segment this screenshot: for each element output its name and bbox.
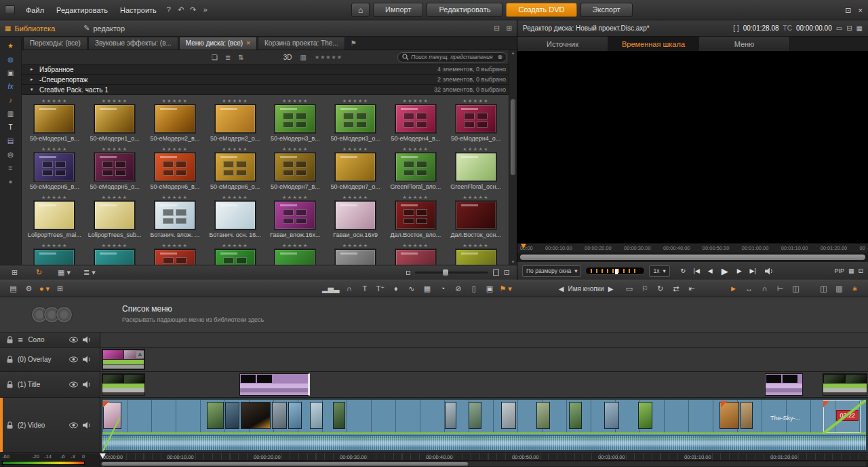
menu-list-strip[interactable]: Список меню Раскрывать падающие меню из … bbox=[0, 297, 868, 333]
track-header-title[interactable]: (1) Title bbox=[0, 372, 100, 397]
track-content-overlay[interactable]: A bbox=[100, 348, 868, 371]
copy-view-icon[interactable]: ⊟ bbox=[846, 24, 852, 32]
scroll-down-icon[interactable]: ▼ bbox=[509, 260, 517, 264]
item-rating[interactable]: ★★★★★ bbox=[222, 242, 248, 249]
disc-icon[interactable]: ● bbox=[4, 177, 18, 187]
trash-icon[interactable]: ▯ bbox=[468, 284, 479, 293]
close-button[interactable]: × bbox=[859, 6, 863, 14]
list-view-icon[interactable]: ≣ bbox=[225, 54, 231, 61]
item-rating[interactable]: ★★★★★ bbox=[462, 194, 489, 201]
sort-icon[interactable]: ⇅ bbox=[238, 54, 243, 61]
web-media-icon[interactable]: ◍ bbox=[4, 55, 18, 64]
pip-grid-icon[interactable]: ▦ bbox=[848, 267, 854, 274]
item-rating[interactable]: ★★★★★ bbox=[41, 146, 68, 153]
library-tab[interactable]: Меню диска: (все)× bbox=[179, 37, 257, 50]
voiceover-mic-icon[interactable]: ♦ bbox=[390, 284, 401, 293]
play-button[interactable]: ▶ bbox=[719, 266, 731, 276]
transition-flag-icon[interactable] bbox=[103, 401, 109, 407]
track-content-title[interactable] bbox=[100, 372, 868, 397]
lock-icon[interactable] bbox=[7, 381, 13, 388]
track-content-solo[interactable] bbox=[100, 333, 868, 347]
speaker-icon[interactable] bbox=[83, 422, 92, 429]
new-marker-icon[interactable]: ● ▾ bbox=[39, 284, 50, 293]
library-item[interactable]: ★★★★★ 50-еМодерн7_о... bbox=[326, 145, 386, 193]
library-item[interactable]: ★★★★★ Дал.Восток_вло... bbox=[386, 193, 446, 241]
mixer-panel-icon[interactable]: ▥ bbox=[833, 284, 845, 293]
library-section[interactable]: ▾ Creative Pack. часть 1 32 элементов, 0… bbox=[22, 85, 517, 95]
video-clip-thumbnail[interactable] bbox=[272, 402, 287, 429]
close-tab-icon[interactable]: × bbox=[246, 39, 250, 47]
expand-arrow-icon[interactable]: ▸ bbox=[31, 67, 39, 72]
share-icon[interactable]: » bbox=[199, 5, 212, 14]
eye-icon[interactable] bbox=[69, 422, 78, 428]
expand-arrow-icon[interactable]: ▸ bbox=[31, 77, 39, 82]
title-editor-icon[interactable]: T bbox=[359, 284, 370, 293]
nav-button[interactable]: Создать DVD bbox=[506, 3, 576, 17]
library-tab[interactable]: Звуковые эффекты: (в...× bbox=[88, 37, 178, 50]
library-item[interactable]: ★★★★★ GreenFloral_осн... bbox=[446, 145, 506, 193]
folder-icon[interactable]: ❏ bbox=[212, 54, 218, 61]
library-item[interactable]: ★★★★★ 50-еМодерн4_в... bbox=[386, 96, 446, 145]
library-item[interactable]: ★★★★★ bbox=[205, 241, 265, 265]
menu-item[interactable]: Настроить bbox=[114, 0, 163, 20]
rating-filter[interactable]: ★★★★★ bbox=[315, 54, 342, 60]
marker-flag-icon[interactable]: ⚑ ▾ bbox=[499, 284, 511, 293]
frame-back-icon[interactable]: ◀ bbox=[705, 267, 715, 274]
lock-icon[interactable] bbox=[7, 336, 13, 343]
zoom-out-icon[interactable] bbox=[406, 271, 410, 275]
nav-button[interactable]: Импорт bbox=[373, 3, 423, 17]
copy-item-icon[interactable]: ⊞ bbox=[9, 268, 20, 277]
editor-toggle[interactable]: ✎ редактор bbox=[83, 24, 125, 33]
video-clip-thumbnail[interactable] bbox=[241, 402, 271, 429]
audio-meter-icon[interactable]: ▂▅▃ bbox=[322, 284, 339, 293]
frame-forward-icon[interactable]: ▶ bbox=[734, 267, 745, 274]
help-icon[interactable]: ? bbox=[163, 5, 175, 14]
video-clip-thumbnail[interactable] bbox=[536, 402, 550, 429]
library-item[interactable]: ★★★★★ 50-еМодерн6_о... bbox=[205, 145, 265, 193]
item-rating[interactable]: ★★★★★ bbox=[402, 98, 429, 105]
video-clip-strip[interactable]: The-Sky-... 03.22 bbox=[102, 399, 867, 451]
item-rating[interactable]: ★★★★★ bbox=[462, 242, 489, 249]
speaker-icon[interactable] bbox=[83, 336, 92, 343]
video-clip-thumbnail[interactable] bbox=[445, 402, 456, 429]
back-start-icon[interactable]: ⇤ bbox=[686, 284, 697, 293]
video-clip-thumbnail[interactable] bbox=[569, 402, 582, 429]
library-tab[interactable]: Переходы: (все)× bbox=[23, 37, 87, 50]
track-header-overlay[interactable]: (0) Overlay bbox=[0, 348, 100, 371]
video-clip-thumbnail[interactable] bbox=[638, 402, 652, 429]
library-item[interactable]: ★★★★★ Ботанич. осн. 16... bbox=[205, 193, 265, 241]
library-item[interactable]: ★★★★★ 50-еМодерн1_в... bbox=[24, 96, 85, 145]
effects-icon[interactable]: fx bbox=[4, 82, 18, 92]
library-item[interactable]: ★★★★★ GreenFloral_вло... bbox=[386, 145, 446, 193]
item-rating[interactable]: ★★★★★ bbox=[161, 98, 188, 105]
preview-tab[interactable]: Источник bbox=[517, 37, 608, 51]
item-rating[interactable]: ★★★★★ bbox=[402, 242, 429, 249]
mixer-grid-icon[interactable]: ▦ bbox=[421, 284, 433, 293]
magnet-2-icon[interactable]: ∩ bbox=[759, 284, 770, 293]
item-rating[interactable]: ★★★★★ bbox=[342, 146, 369, 153]
photos-icon[interactable]: ▣ bbox=[4, 69, 18, 78]
item-rating[interactable]: ★★★★★ bbox=[282, 98, 309, 105]
overlay-clip[interactable]: A bbox=[102, 349, 145, 370]
item-rating[interactable]: ★★★★★ bbox=[41, 98, 68, 105]
preview-box-icon[interactable]: ▭ bbox=[623, 284, 635, 293]
book-icon[interactable]: ≡ bbox=[4, 164, 18, 173]
library-item[interactable]: ★★★★★ 50-еМодерн1_о... bbox=[85, 96, 145, 145]
volume-icon[interactable] bbox=[765, 267, 774, 275]
video-clip-thumbnail[interactable] bbox=[333, 402, 345, 429]
item-rating[interactable]: ★★★★★ bbox=[102, 242, 128, 249]
nav-button[interactable]: Редактировать bbox=[427, 3, 502, 17]
item-rating[interactable]: ★★★★★ bbox=[402, 194, 429, 201]
scrollbar-thumb[interactable] bbox=[520, 255, 865, 260]
item-rating[interactable]: ★★★★★ bbox=[342, 194, 369, 201]
sound-icon[interactable]: ◎ bbox=[4, 150, 18, 160]
eye-icon[interactable] bbox=[69, 356, 78, 362]
montage-icon[interactable]: ▤ bbox=[4, 136, 18, 146]
magic-wand-icon[interactable]: ∗ bbox=[849, 284, 861, 293]
titles-icon[interactable]: T bbox=[4, 123, 18, 132]
library-item[interactable]: ★★★★★ Гаваи_влож.16х... bbox=[265, 193, 326, 241]
transition-flag-icon[interactable] bbox=[823, 401, 829, 407]
library-item[interactable]: ★★★★★ 50-еМодерн4_о... bbox=[446, 96, 506, 145]
settings-gear-icon[interactable]: ⚙ bbox=[23, 284, 35, 293]
camera-icon[interactable]: ▣ bbox=[484, 284, 495, 293]
